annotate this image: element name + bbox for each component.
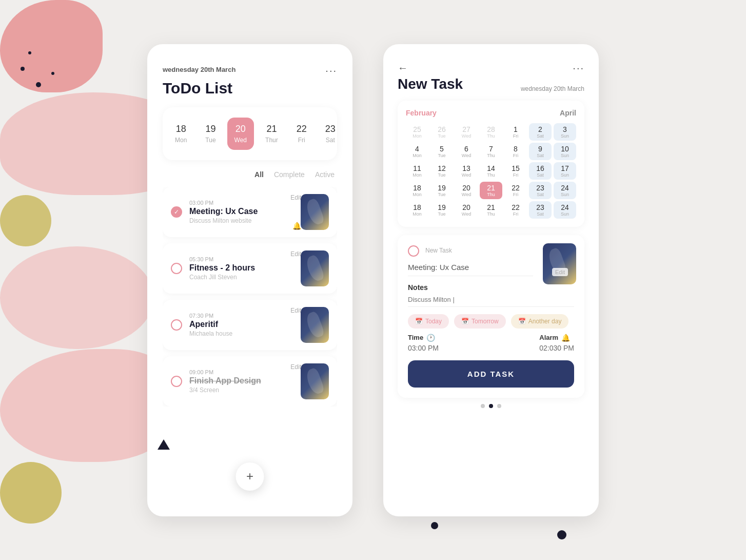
date-day: wednesday xyxy=(163,66,199,73)
cal-day-label: Tue xyxy=(438,153,445,158)
calendar-day-thur[interactable]: 21 Thur xyxy=(258,118,285,150)
task-subtitle-1: Coach Jill Steven xyxy=(189,274,293,281)
cal-cell-r2c0[interactable]: 11 Mon xyxy=(406,162,428,180)
task-detail-checkbox[interactable] xyxy=(408,245,419,257)
back-button[interactable]: ← xyxy=(398,62,408,74)
task-card-1[interactable]: 05:30 PM Fitness - 2 hours Coach Jill St… xyxy=(163,243,337,294)
cal-cell-r3c5[interactable]: 23 Sat xyxy=(529,182,552,199)
cal-cell-r4c3[interactable]: 21 Thu xyxy=(480,201,502,219)
day-number: 21 xyxy=(266,124,277,134)
calendar-day-mon[interactable]: 18 Mon xyxy=(168,118,194,150)
task-edit-3[interactable]: Edit xyxy=(290,363,301,371)
day-name: Mon xyxy=(175,137,187,144)
task-time-0: 03:00 PM xyxy=(189,200,293,206)
cal-cell-r2c5[interactable]: 16 Sat xyxy=(529,162,552,180)
cal-cell-r3c3[interactable]: 21 Thu xyxy=(480,182,502,199)
cal-cell-r1c5[interactable]: 9 Sat xyxy=(529,143,552,160)
cal-cell-r1c4[interactable]: 8 Fri xyxy=(504,143,527,160)
cal-cell-r0c2[interactable]: 27 Wed xyxy=(455,123,478,141)
filter-tab-all[interactable]: All xyxy=(254,170,264,179)
cal-number: 11 xyxy=(413,164,421,172)
time-label: Time xyxy=(408,334,423,341)
cal-day-label: Tue xyxy=(438,133,445,139)
calendar-strip: 18 Mon 19 Tue 20 Wed 21 Thur 22 Fri 23 S… xyxy=(168,118,332,150)
cal-cell-r0c5[interactable]: 2 Sat xyxy=(529,123,552,141)
task-detail-edit[interactable]: Edit xyxy=(552,268,568,276)
cal-cell-r3c0[interactable]: 18 Mon xyxy=(406,182,428,199)
task-image-2 xyxy=(301,307,329,343)
calendar-day-fri[interactable]: 22 Fri xyxy=(289,118,314,150)
notes-input[interactable] xyxy=(408,296,574,307)
day-name: Thur xyxy=(265,137,278,144)
right-month-label: April xyxy=(560,109,576,117)
cal-cell-r0c1[interactable]: 26 Tue xyxy=(430,123,453,141)
task-card-2[interactable]: 07:30 PM Aperitif Michaela house Edit xyxy=(163,300,337,350)
cal-number: 18 xyxy=(413,203,421,211)
day-name: Sat xyxy=(326,137,335,144)
cal-cell-r2c1[interactable]: 12 Tue xyxy=(430,162,453,180)
tomorrow-button[interactable]: 📅 Tomorrow xyxy=(454,314,506,329)
left-date: wednesday 20th March xyxy=(163,65,235,74)
task-edit-0[interactable]: Edit xyxy=(290,194,301,201)
cal-cell-r2c4[interactable]: 15 Fri xyxy=(504,162,527,180)
filter-tabs: AllCompleteActive xyxy=(163,170,337,179)
cal-cell-r4c5[interactable]: 23 Sat xyxy=(529,201,552,219)
today-button[interactable]: 📅 Today xyxy=(408,314,449,329)
cal-cell-r3c2[interactable]: 20 Wed xyxy=(455,182,478,199)
task-edit-2[interactable]: Edit xyxy=(290,307,301,314)
task-info-0: 03:00 PM Meeting: Ux Case Discuss Milton… xyxy=(189,200,293,224)
task-image-1 xyxy=(301,250,329,286)
cal-cell-r0c3[interactable]: 28 Thu xyxy=(480,123,502,141)
day-name: Tue xyxy=(205,137,215,144)
cal-cell-r0c0[interactable]: 25 Mon xyxy=(406,123,428,141)
task-card-3[interactable]: 09:00 PM Finish App Design 3/4 Screen Ed… xyxy=(163,356,337,407)
calendar-day-wed[interactable]: 20 Wed xyxy=(227,118,254,150)
cal-cell-r4c0[interactable]: 18 Mon xyxy=(406,201,428,219)
cal-cell-r4c2[interactable]: 20 Wed xyxy=(455,201,478,219)
add-task-fab[interactable]: + xyxy=(236,462,264,491)
task-edit-1[interactable]: Edit xyxy=(290,250,301,258)
cal-cell-r4c4[interactable]: 22 Fri xyxy=(504,201,527,219)
cal-number: 23 xyxy=(536,203,544,211)
right-menu-dots[interactable]: ··· xyxy=(573,62,584,74)
task-card-0[interactable]: 03:00 PM Meeting: Ux Case Discuss Milton… xyxy=(163,187,337,237)
cal-cell-r3c1[interactable]: 19 Tue xyxy=(430,182,453,199)
time-label-row: Time 🕐 xyxy=(408,334,439,342)
task-title-1: Fitness - 2 hours xyxy=(189,263,293,273)
calendar-day-tue[interactable]: 19 Tue xyxy=(198,118,223,150)
cal-cell-r2c3[interactable]: 14 Thu xyxy=(480,162,502,180)
add-task-button[interactable]: ADD TASK xyxy=(408,360,574,388)
cal-cell-r1c2[interactable]: 6 Wed xyxy=(455,143,478,160)
indicator-dot-1 xyxy=(481,404,485,408)
calendar-day-sat[interactable]: 23 Sat xyxy=(318,118,343,150)
filter-tab-complete[interactable]: Complete xyxy=(274,170,305,179)
cal-cell-r0c4[interactable]: 1 Fri xyxy=(504,123,527,141)
task-checkbox-3[interactable] xyxy=(171,376,182,387)
task-title-0: Meeting: Ux Case xyxy=(189,207,293,216)
cal-cell-r0c6[interactable]: 3 Sun xyxy=(554,123,576,141)
cal-cell-r3c6[interactable]: 24 Sun xyxy=(554,182,576,199)
cal-number: 2 xyxy=(538,125,542,133)
cal-cell-r4c1[interactable]: 19 Tue xyxy=(430,201,453,219)
cal-cell-r2c2[interactable]: 13 Wed xyxy=(455,162,478,180)
calendar-strip-container: 18 Mon 19 Tue 20 Wed 21 Thur 22 Fri 23 S… xyxy=(163,107,337,160)
left-menu-dots[interactable]: ··· xyxy=(325,65,337,76)
cal-day-label: Wed xyxy=(462,133,471,139)
cal-cell-r1c3[interactable]: 7 Thu xyxy=(480,143,502,160)
cal-cell-r1c1[interactable]: 5 Tue xyxy=(430,143,453,160)
alarm-label: Alarm xyxy=(539,334,558,341)
cal-cell-r1c0[interactable]: 4 Mon xyxy=(406,143,428,160)
cal-cell-r2c6[interactable]: 17 Sun xyxy=(554,162,576,180)
cal-number: 14 xyxy=(487,164,495,172)
task-title-2: Aperitif xyxy=(189,320,293,329)
cal-number: 15 xyxy=(512,164,520,172)
cal-cell-r4c6[interactable]: 24 Sun xyxy=(554,201,576,219)
another-day-button[interactable]: 📅 Another day xyxy=(511,314,569,329)
task-checkbox-0[interactable] xyxy=(171,206,182,218)
filter-tab-active[interactable]: Active xyxy=(315,170,335,179)
task-checkbox-2[interactable] xyxy=(171,319,182,331)
cal-day-label: Mon xyxy=(413,192,422,197)
cal-cell-r3c4[interactable]: 22 Fri xyxy=(504,182,527,199)
task-checkbox-1[interactable] xyxy=(171,263,182,274)
cal-cell-r1c6[interactable]: 10 Sun xyxy=(554,143,576,160)
